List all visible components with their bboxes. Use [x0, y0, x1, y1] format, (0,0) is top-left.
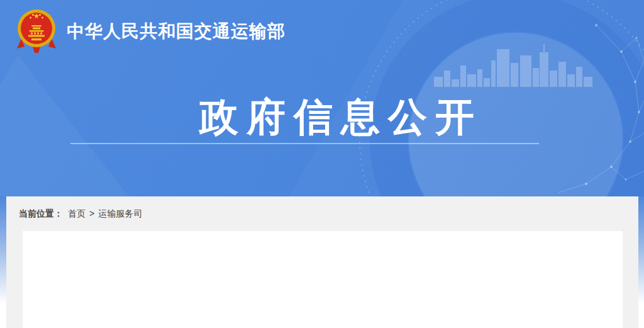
page-title: 政府信息公开: [38, 91, 644, 144]
breadcrumb-label: 当前位置：: [19, 208, 63, 218]
left-edge-strip: [0, 196, 6, 328]
site-header: 中华人民共和国交通运输部: [16, 8, 286, 55]
page: 中华人民共和国交通运输部 政府信息公开 当前位置：首页>运输服务司 索引号： 0…: [0, 0, 644, 328]
national-emblem-icon[interactable]: [16, 8, 57, 55]
site-name-link[interactable]: 中华人民共和国交通运输部: [67, 20, 286, 43]
breadcrumb-home-link[interactable]: 首页: [68, 208, 86, 218]
title-underline: [70, 143, 539, 144]
right-edge-strip: [638, 196, 644, 328]
breadcrumb-separator: >: [89, 208, 94, 218]
breadcrumb: 当前位置：首页>运输服务司: [19, 208, 142, 220]
banner: 中华人民共和国交通运输部 政府信息公开: [0, 0, 644, 196]
document-panel: 索引号： 000019713O09/2023-00103 文号： 交办运〔202…: [23, 231, 623, 328]
breadcrumb-current-link[interactable]: 运输服务司: [98, 208, 142, 218]
